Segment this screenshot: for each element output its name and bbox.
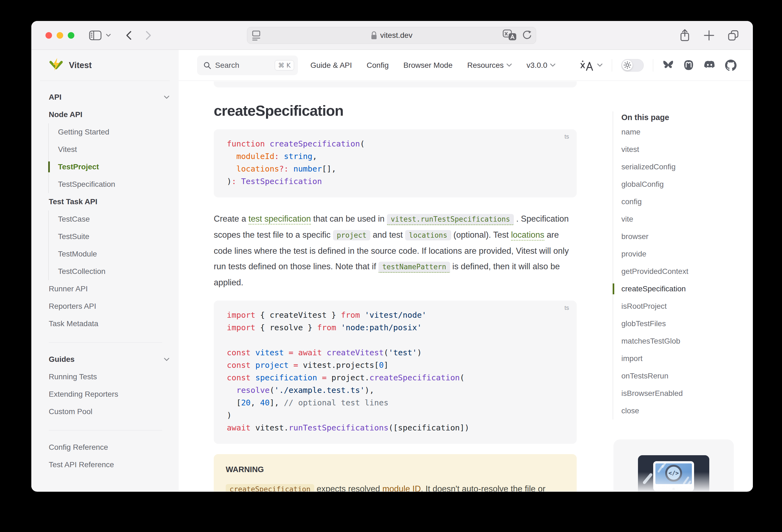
outline-item-createspecification[interactable]: createSpecification (621, 280, 741, 297)
sidebar-item-config-reference[interactable]: Config Reference (49, 438, 169, 456)
sidebar-item-testspecification[interactable]: TestSpecification (58, 176, 169, 193)
back-button[interactable] (125, 30, 132, 41)
sidebar-item-reporters-api[interactable]: Reporters API (49, 297, 169, 315)
search-input[interactable]: Search ⌘ K (197, 56, 298, 75)
sidebar-item-vitest[interactable]: Vitest (58, 141, 169, 158)
outline-item-vite[interactable]: vite (621, 210, 741, 228)
doc-link[interactable]: locations (511, 230, 544, 241)
forward-button[interactable] (145, 30, 152, 41)
sidebar-item-test-task-api[interactable]: Test Task API (49, 193, 169, 210)
address-bar[interactable]: vitest.dev (247, 27, 536, 44)
sponsor-card[interactable]: </> (613, 439, 734, 491)
outline-item-name[interactable]: name (621, 123, 741, 141)
sidebar-divider (49, 430, 162, 430)
sidebar-item-node-api[interactable]: Node API (49, 106, 169, 123)
social-links (663, 60, 737, 71)
theme-toggle[interactable] (621, 59, 644, 72)
bluesky-icon[interactable] (663, 60, 674, 71)
doc-link[interactable]: test specification (249, 214, 311, 225)
doc-content[interactable]: createSpecification ts function createSp… (179, 81, 753, 491)
code-line: import { resolve } from 'node:path/posix… (227, 321, 566, 334)
sidebar-item-extending-reporters[interactable]: Extending Reporters (49, 386, 169, 403)
sidebar-section-label: API (49, 93, 62, 102)
mastodon-icon[interactable] (683, 60, 694, 71)
chevron-down-icon (164, 358, 169, 361)
sidebar-item-testcase[interactable]: TestCase (58, 210, 169, 228)
new-tab-icon[interactable] (703, 30, 715, 41)
share-icon[interactable] (679, 29, 691, 42)
outline-title: On this page (621, 111, 741, 123)
sidebar-section-label: Guides (49, 355, 75, 364)
outline-item-serializedconfig[interactable]: serializedConfig (621, 158, 741, 176)
sidebar-item-running-tests[interactable]: Running Tests (49, 368, 169, 386)
outline-item-getprovidedcontext[interactable]: getProvidedContext (621, 263, 741, 280)
github-icon[interactable] (725, 60, 737, 71)
code-line: ): TestSpecification (227, 175, 566, 187)
chevron-down-icon (164, 96, 169, 99)
code-line: ) (227, 409, 566, 422)
translate-language-icon (579, 59, 594, 72)
chevron-down-icon (506, 64, 512, 67)
outline-item-close[interactable]: close (621, 402, 741, 420)
nav-link-browser-mode[interactable]: Browser Mode (403, 61, 453, 70)
sidebar-nav: APINode APIGetting StartedVitestTestProj… (31, 81, 179, 473)
outline-item-globtestfiles[interactable]: globTestFiles (621, 315, 741, 332)
traffic-lights (45, 32, 74, 39)
nav-link-guide-api[interactable]: Guide & API (310, 61, 352, 70)
language-menu[interactable] (579, 59, 603, 72)
sponsor-image: </> (638, 455, 709, 491)
sidebar-item-getting-started[interactable]: Getting Started (58, 123, 169, 141)
outline-item-provide[interactable]: provide (621, 245, 741, 263)
outline-item-isbrowserenabled[interactable]: isBrowserEnabled (621, 385, 741, 402)
outline-item-config[interactable]: config (621, 193, 741, 210)
inline-code: createSpecification (226, 484, 314, 491)
nav-link-v3-0-0[interactable]: v3.0.0 (527, 61, 556, 70)
sidebar-item-testcollection[interactable]: TestCollection (58, 263, 169, 280)
nav-link-resources[interactable]: Resources (467, 61, 512, 70)
sidebar-chevron-down-icon[interactable] (106, 34, 111, 37)
search-shortcut-badge: ⌘ K (275, 60, 294, 71)
doc-link[interactable]: module ID (382, 484, 421, 491)
sidebar-section-api[interactable]: API (49, 88, 169, 106)
discord-icon[interactable] (703, 60, 716, 71)
outline-item-matchestestglob[interactable]: matchesTestGlob (621, 332, 741, 350)
outline-item-globalconfig[interactable]: globalConfig (621, 176, 741, 193)
minimize-window-button[interactable] (57, 32, 63, 39)
chevron-down-icon (597, 64, 603, 67)
sidebar-item-test-api-reference[interactable]: Test API Reference (49, 456, 169, 473)
nav-link-label: Resources (467, 61, 504, 70)
zoom-window-button[interactable] (68, 32, 74, 39)
article: createSpecification ts function createSp… (214, 81, 577, 491)
sidebar-toggle-icon[interactable] (89, 30, 102, 41)
outline-aside: On this page namevitestserializedConfigg… (613, 81, 741, 420)
outline-item-import[interactable]: import (621, 350, 741, 367)
warning-title: WARNING (226, 465, 565, 474)
inline-code: locations (405, 230, 451, 240)
site-logo[interactable]: Vitest (31, 50, 179, 81)
search-placeholder: Search (215, 61, 239, 70)
tab-overview-icon[interactable] (727, 29, 739, 41)
nav-link-label: Browser Mode (403, 61, 453, 70)
outline-item-vitest[interactable]: vitest (621, 141, 741, 158)
nav-link-label: v3.0.0 (527, 61, 547, 70)
close-window-button[interactable] (45, 32, 52, 39)
sidebar-item-testmodule[interactable]: TestModule (58, 245, 169, 263)
outline-item-ontestsrerun[interactable]: onTestsRerun (621, 367, 741, 385)
sidebar-item-runner-api[interactable]: Runner API (49, 280, 169, 297)
sidebar-subgroup: Getting StartedVitestTestProjectTestSpec… (48, 123, 169, 193)
sidebar-item-custom-pool[interactable]: Custom Pool (49, 403, 169, 420)
site-navbar: Search ⌘ K Guide & APIConfigBrowser Mode… (179, 50, 753, 81)
outline-item-browser[interactable]: browser (621, 228, 741, 245)
code-line: locations?: number[], (227, 163, 566, 175)
sidebar-section-guides[interactable]: Guides (49, 351, 169, 368)
outline-item-isrootproject[interactable]: isRootProject (621, 297, 741, 315)
sidebar-item-testproject[interactable]: TestProject (58, 158, 169, 176)
sidebar-item-task-metadata[interactable]: Task Metadata (49, 315, 169, 332)
inline-code: project (333, 230, 370, 240)
sidebar-item-testsuite[interactable]: TestSuite (58, 228, 169, 245)
code-line: await vitest.runTestSpecifications([spec… (227, 422, 566, 434)
inline-code-link[interactable]: vitest.runTestSpecifications (387, 214, 514, 225)
inline-code-link[interactable]: testNamePattern (379, 262, 450, 273)
nav-link-config[interactable]: Config (367, 61, 389, 70)
nav-link-label: Guide & API (310, 61, 352, 70)
